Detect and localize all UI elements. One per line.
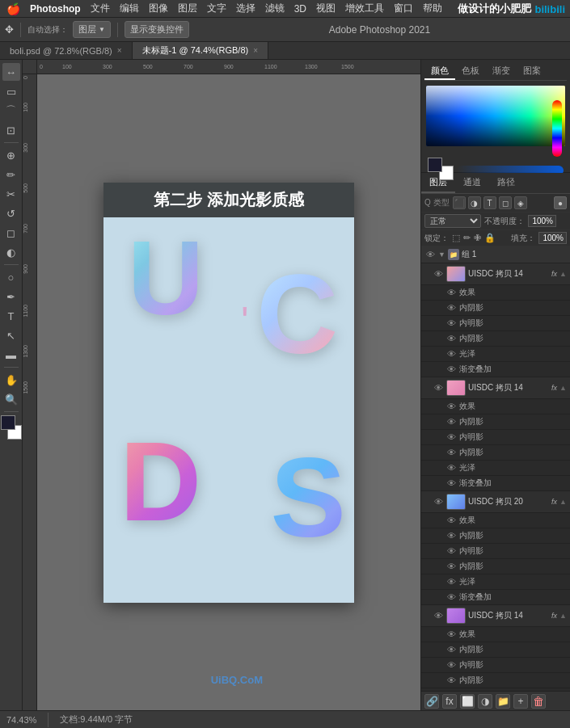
add-style-btn[interactable]: fx: [442, 694, 457, 709]
filter-type-btn[interactable]: T: [483, 196, 496, 209]
menu-select[interactable]: 选择: [236, 2, 255, 15]
menu-help[interactable]: 帮助: [423, 2, 442, 15]
layer3-go-vis[interactable]: 👁: [445, 591, 457, 603]
new-group-btn[interactable]: 📁: [496, 694, 510, 709]
menu-layer[interactable]: 图层: [178, 2, 197, 15]
tab-color[interactable]: 颜色: [424, 63, 455, 80]
layer3-visibility[interactable]: 👁: [433, 496, 444, 507]
tab-untitled-close[interactable]: ×: [253, 46, 258, 55]
layer1-satin-vis[interactable]: 👁: [445, 348, 457, 360]
shape-tool[interactable]: ▬: [2, 346, 20, 364]
saturation-strip[interactable]: [552, 100, 562, 157]
tab-boli[interactable]: boli.psd @ 72.8%(RGB/8) ×: [0, 42, 133, 59]
layer4-visibility[interactable]: 👁: [433, 610, 444, 621]
layer-group-header[interactable]: 👁 ▼ 📁 组 1: [421, 246, 570, 263]
layer2-satin-vis[interactable]: 👁: [445, 462, 457, 473]
new-layer-btn[interactable]: +: [513, 694, 528, 709]
move-tool-icon[interactable]: ✥: [5, 23, 14, 36]
layer1-go-vis[interactable]: 👁: [445, 364, 457, 375]
layer3-is2-vis[interactable]: 👁: [445, 561, 457, 572]
layer1-is1-vis[interactable]: 👁: [445, 302, 457, 314]
link-layers-btn[interactable]: 🔗: [424, 694, 439, 709]
blend-mode-select[interactable]: 正常: [424, 214, 481, 228]
filter-smart-btn[interactable]: ◈: [514, 196, 527, 209]
menu-file[interactable]: 文件: [91, 2, 110, 15]
layer1-is2-vis[interactable]: 👁: [445, 333, 457, 344]
brush-tool[interactable]: ✏: [2, 166, 20, 183]
eraser-tool[interactable]: ◻: [2, 224, 20, 242]
fill-input[interactable]: [538, 232, 567, 244]
menu-plugin[interactable]: 增效工具: [345, 2, 384, 15]
lock-position-icon[interactable]: ✙: [474, 233, 481, 243]
layer3-ig-vis[interactable]: 👁: [445, 545, 457, 557]
layer3-satin-vis[interactable]: 👁: [445, 576, 457, 587]
tab-untitled[interactable]: 未标题-1 @ 74.4%(RGB/8) ×: [133, 42, 268, 59]
dodge-tool[interactable]: ○: [2, 268, 20, 286]
layer1-fx[interactable]: fx: [551, 270, 557, 278]
fg-swatch-panel[interactable]: [428, 158, 442, 172]
pen-tool[interactable]: ✒: [2, 288, 20, 305]
layer2-is2-vis[interactable]: 👁: [445, 447, 457, 458]
layer1-expand[interactable]: ▲: [559, 270, 567, 278]
layer2-eff-vis[interactable]: 👁: [445, 401, 457, 412]
tab-paths[interactable]: 路径: [489, 173, 523, 193]
menu-text[interactable]: 文字: [207, 2, 226, 15]
layer2-go-vis[interactable]: 👁: [445, 478, 457, 489]
fg-bg-swatch[interactable]: [1, 415, 22, 440]
canvas-background[interactable]: 第二步 添加光影质感 U C ' D S: [37, 74, 420, 710]
zoom-tool[interactable]: 🔍: [2, 390, 20, 408]
menu-3d[interactable]: 3D: [294, 3, 306, 15]
layer-item-4[interactable]: 👁 UISDC 拷贝 14 fx ▲: [421, 605, 570, 627]
layer-item-2[interactable]: 👁 UISDC 拷贝 14 fx ▲: [421, 377, 570, 399]
group-visibility-toggle[interactable]: 👁: [424, 249, 436, 260]
lock-all-icon[interactable]: 🔒: [484, 233, 496, 243]
filter-toggle-btn[interactable]: ●: [554, 196, 567, 209]
layer2-is1-vis[interactable]: 👁: [445, 416, 457, 427]
layer4-eff-vis[interactable]: 👁: [445, 629, 457, 640]
layer4-fx[interactable]: fx: [551, 612, 557, 620]
clone-stamp-tool[interactable]: ✂: [2, 185, 20, 203]
gradient-tool[interactable]: ◐: [2, 243, 20, 261]
menu-edit[interactable]: 编辑: [120, 2, 139, 15]
path-selection-tool[interactable]: ↖: [2, 326, 20, 344]
layer2-fx[interactable]: fx: [551, 384, 557, 392]
layer1-eff-vis[interactable]: 👁: [445, 287, 457, 298]
opacity-input[interactable]: [528, 215, 556, 227]
tab-gradient[interactable]: 渐变: [486, 63, 517, 80]
filter-adj-btn[interactable]: ◑: [468, 196, 481, 209]
menu-view[interactable]: 视图: [316, 2, 336, 15]
foreground-color-swatch[interactable]: [1, 415, 15, 430]
layer4-is1-vis[interactable]: 👁: [445, 644, 457, 655]
layer3-fx[interactable]: fx: [551, 498, 557, 506]
layer2-ig-vis[interactable]: 👁: [445, 431, 457, 443]
layer4-is2-vis[interactable]: 👁: [445, 675, 457, 686]
delete-layer-btn[interactable]: 🗑: [531, 694, 546, 709]
tab-channels[interactable]: 通道: [455, 173, 489, 193]
menu-window[interactable]: 窗口: [394, 2, 413, 15]
type-tool[interactable]: T: [2, 307, 20, 325]
lasso-tool[interactable]: ⌒: [2, 102, 20, 120]
layer3-expand[interactable]: ▲: [559, 498, 567, 506]
new-adj-layer-btn[interactable]: ◑: [478, 694, 492, 709]
lock-transparent-icon[interactable]: ⬚: [452, 233, 460, 243]
layer-item-3[interactable]: 👁 UISDC 拷贝 20 fx ▲: [421, 491, 570, 513]
crop-tool[interactable]: ⊡: [2, 121, 20, 139]
select-rect-tool[interactable]: ▭: [2, 82, 20, 100]
layer1-visibility[interactable]: 👁: [433, 268, 444, 280]
tab-swatches[interactable]: 色板: [455, 63, 486, 80]
tab-pattern[interactable]: 图案: [517, 63, 547, 80]
add-mask-btn[interactable]: ⬜: [460, 694, 475, 709]
filter-pixel-btn[interactable]: ⬛: [453, 196, 466, 209]
history-brush-tool[interactable]: ↺: [2, 204, 20, 222]
apple-menu[interactable]: 🍎: [6, 2, 20, 15]
menu-filter[interactable]: 滤镜: [265, 2, 285, 15]
menu-image[interactable]: 图像: [149, 2, 168, 15]
layer3-is1-vis[interactable]: 👁: [445, 530, 457, 541]
tab-boli-close[interactable]: ×: [117, 46, 122, 55]
group-expand-icon[interactable]: ▼: [438, 250, 445, 259]
layer2-visibility[interactable]: 👁: [433, 382, 444, 393]
layer4-expand[interactable]: ▲: [559, 612, 567, 620]
fg-bg-colors[interactable]: [428, 158, 454, 180]
layer-select-btn[interactable]: 图层 ▼: [73, 21, 111, 38]
hand-tool[interactable]: ✋: [2, 371, 20, 389]
